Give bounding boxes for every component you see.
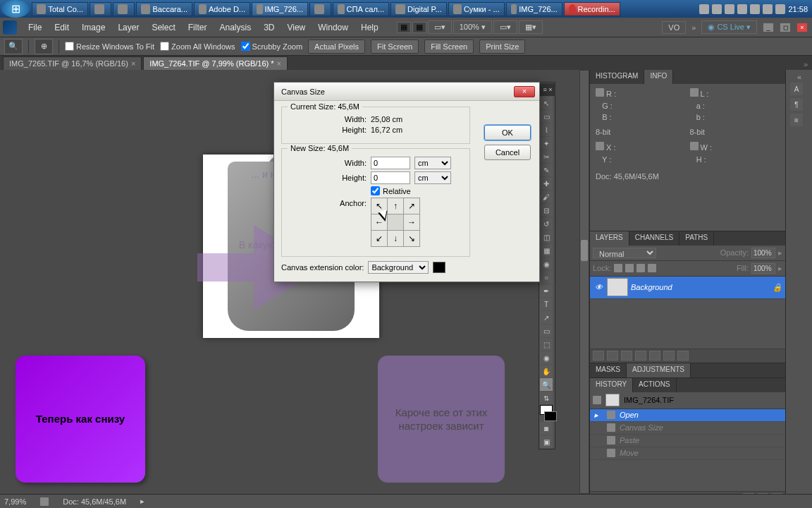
shape-tool-icon[interactable]: ▭ [540, 325, 553, 337]
paths-tab[interactable]: PATHS [679, 231, 714, 246]
history-item[interactable]: Paste [590, 435, 785, 447]
anchor-s[interactable]: ↓ [388, 231, 403, 246]
expand-icon[interactable]: » [691, 23, 696, 32]
anchor-nw[interactable]: ↖ [371, 198, 387, 214]
taskbar-item[interactable]: Recordin... [564, 2, 620, 16]
menu-layer[interactable]: Layer [112, 20, 144, 35]
clock[interactable]: 21:58 [788, 5, 808, 13]
layers-tab[interactable]: LAYERS [590, 231, 629, 246]
cancel-button[interactable]: Cancel [484, 145, 531, 160]
panel-icon[interactable]: ¶ [790, 98, 803, 111]
fill-screen-button[interactable]: Fill Screen [424, 40, 474, 54]
height-unit-select[interactable]: cm [414, 171, 451, 184]
vo-button[interactable]: VO [662, 21, 686, 34]
opacity-input[interactable] [751, 248, 775, 258]
adjustment-icon[interactable] [635, 351, 646, 361]
3d-tool-icon[interactable]: ⬚ [540, 338, 553, 351]
scrollbar-thumb[interactable] [581, 240, 588, 261]
lock-all-icon[interactable] [648, 264, 656, 272]
view-dropdown[interactable]: ▭▾ [493, 20, 517, 34]
vertical-scrollbar[interactable] [579, 70, 589, 494]
print-size-button[interactable]: Print Size [479, 40, 525, 54]
width-unit-select[interactable]: cm [414, 157, 451, 169]
lock-position-icon[interactable] [636, 264, 645, 272]
color-swatch[interactable] [433, 262, 445, 273]
scrubby-zoom-check[interactable]: Scrubby Zoom [241, 42, 303, 51]
taskbar-item[interactable]: Сумки - ... [448, 2, 505, 16]
launcher-icon[interactable]: ▦ [412, 22, 426, 33]
tray-icon[interactable] [725, 4, 734, 14]
menu-analysis[interactable]: Analysis [214, 20, 257, 35]
zoom-tool-icon[interactable]: 🔍 [4, 39, 23, 54]
menu-3d[interactable]: 3D [258, 20, 280, 35]
new-layer-icon[interactable] [663, 351, 675, 361]
start-button[interactable]: ⊞ [1, 0, 30, 18]
tray-icon[interactable] [750, 4, 760, 14]
eraser-tool-icon[interactable]: ◫ [540, 231, 553, 243]
arrange-dropdown[interactable]: ▭▾ [428, 20, 452, 34]
layer-thumbnail[interactable] [607, 278, 628, 296]
zoom-tool-icon[interactable]: 🔍 [540, 378, 553, 391]
extension-color-select[interactable]: Background [368, 261, 429, 274]
menu-edit[interactable]: Edit [49, 20, 75, 35]
zoom-dropdown[interactable]: 100% ▾ [453, 20, 492, 34]
hand-tool-icon[interactable]: ✋ [540, 365, 553, 377]
document-tab[interactable]: IMG_7265.TIF @ 16,7% (RGB/16)× [3, 56, 142, 70]
status-icon[interactable] [40, 497, 49, 506]
tabs-overflow-icon[interactable]: » [799, 59, 812, 70]
group-icon[interactable] [649, 351, 660, 361]
close-tab-icon[interactable]: × [131, 59, 135, 68]
scrub-icon[interactable]: ▸ [778, 248, 782, 258]
menu-view[interactable]: View [281, 20, 311, 35]
taskbar-item[interactable] [90, 2, 111, 16]
taskbar-item[interactable] [113, 2, 135, 16]
lasso-tool-icon[interactable]: ⌇ [540, 123, 553, 136]
menu-file[interactable]: File [23, 20, 47, 35]
dialog-close-button[interactable]: × [514, 86, 535, 97]
visibility-icon[interactable]: 👁 [593, 282, 604, 293]
ok-button[interactable]: OK [484, 125, 531, 140]
histogram-tab[interactable]: HISTOGRAM [590, 70, 644, 84]
menu-select[interactable]: Select [146, 20, 180, 35]
taskbar-item[interactable]: Adobe D... [194, 2, 250, 16]
lock-pixels-icon[interactable] [625, 264, 634, 272]
healing-tool-icon[interactable]: ✚ [540, 177, 553, 190]
taskbar-item[interactable]: СПА сал... [333, 2, 389, 16]
taskbar-item[interactable]: IMG_726... [506, 2, 562, 16]
marquee-tool-icon[interactable]: ▭ [540, 110, 553, 123]
anchor-ne[interactable]: ↗ [404, 198, 419, 214]
history-item[interactable]: Canvas Size [590, 422, 785, 435]
tray-icon[interactable] [737, 4, 747, 14]
maximize-button[interactable]: ◻ [780, 23, 791, 32]
link-icon[interactable] [593, 351, 604, 361]
close-button[interactable]: × [796, 23, 808, 32]
type-tool-icon[interactable]: T [540, 298, 553, 310]
anchor-se[interactable]: ↘ [404, 231, 419, 246]
brush-tool-icon[interactable]: 🖌 [540, 190, 553, 203]
color-swap-icon[interactable]: ⇅ [540, 392, 553, 404]
menu-image[interactable]: Image [76, 20, 111, 35]
photoshop-icon[interactable] [3, 20, 17, 35]
width-input[interactable] [371, 157, 410, 169]
tray-icon[interactable] [712, 4, 722, 14]
crop-tool-icon[interactable]: ✂ [540, 150, 553, 163]
menu-help[interactable]: Help [355, 20, 384, 35]
anchor-sw[interactable]: ↙ [371, 231, 387, 246]
menu-filter[interactable]: Filter [183, 20, 213, 35]
stamp-tool-icon[interactable]: ⊟ [540, 204, 553, 217]
taskbar-item[interactable]: Digital P... [390, 2, 447, 16]
history-snapshot[interactable]: IMG_7264.TIF [590, 392, 785, 409]
resize-windows-check[interactable]: Resize Windows To Fit [65, 42, 154, 51]
wand-tool-icon[interactable]: ✦ [540, 137, 553, 150]
status-arrow-icon[interactable]: ▸ [140, 497, 144, 506]
fit-screen-button[interactable]: Fit Screen [371, 40, 419, 54]
actual-pixels-button[interactable]: Actual Pixels [308, 40, 365, 54]
view-dropdown[interactable]: ▦▾ [519, 20, 543, 34]
taskbar-item[interactable] [309, 2, 331, 16]
move-tool-icon[interactable]: ↖ [540, 97, 553, 109]
actions-tab[interactable]: ACTIONS [633, 378, 676, 392]
tray-icon[interactable] [775, 4, 785, 14]
mask-icon[interactable] [621, 351, 632, 361]
tray-icon[interactable] [763, 4, 773, 14]
close-panel-icon[interactable]: ≡ × [540, 83, 555, 96]
